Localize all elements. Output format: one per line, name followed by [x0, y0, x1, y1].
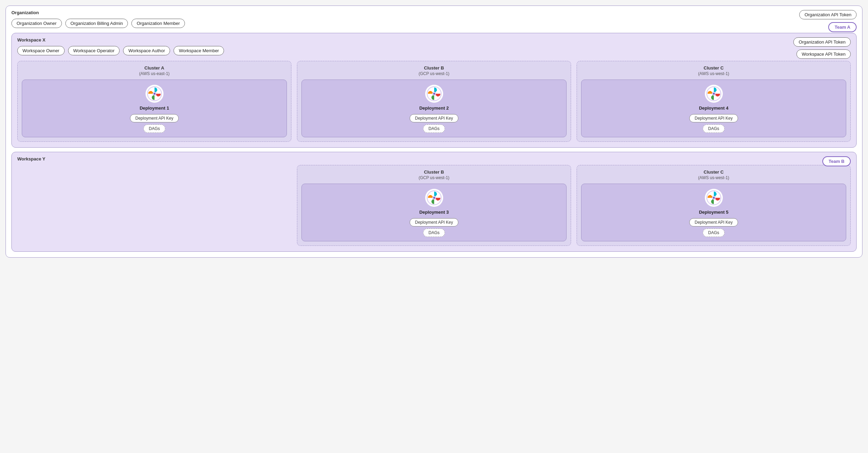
cluster-a-box: Cluster A (AWS us-east-1)	[17, 61, 291, 142]
workspaces-wrapper: Workspace X Workspace Owner Workspace Op…	[11, 33, 857, 252]
workspace-y-section: Workspace Y Team B Cluster B (GCP us-wes…	[11, 152, 857, 252]
workspace-y-top-right: Team B	[822, 156, 851, 166]
org-roles-row: Organization Owner Organization Billing …	[11, 19, 857, 28]
deployment-3-box: Deployment 3 Deployment API Key DAGs	[301, 184, 567, 241]
deployment-1-dags: DAGs	[143, 124, 165, 133]
deployment-4-box: Deployment 4 Deployment API Key DAGs	[581, 80, 846, 137]
cluster-b-box-y: Cluster B (GCP us-west-1)	[297, 165, 571, 246]
deployment-1-name: Deployment 1	[26, 105, 282, 111]
cluster-b-title-y: Cluster B	[301, 169, 567, 175]
cluster-b-subtitle-y: (GCP us-west-1)	[301, 175, 567, 180]
deployment-4-name: Deployment 4	[586, 105, 842, 111]
deployment-5-api-key: Deployment API Key	[689, 218, 738, 226]
workspace-y-label: Workspace Y	[17, 156, 851, 161]
team-b-badge: Team B	[822, 156, 851, 166]
airflow-icon-d2	[425, 85, 443, 103]
airflow-icon-d3	[425, 189, 443, 207]
cluster-a-empty-y	[17, 165, 291, 246]
cluster-c-title-x: Cluster C	[581, 65, 846, 71]
workspace-y-clusters-row: Cluster B (GCP us-west-1)	[17, 165, 851, 246]
airflow-icon-d5	[705, 189, 723, 207]
svg-point-9	[433, 93, 435, 95]
workspace-x-section: Workspace X Workspace Owner Workspace Op…	[11, 33, 857, 148]
ws-author-badge: Workspace Author	[123, 46, 170, 55]
deployment-3-name: Deployment 3	[306, 210, 562, 215]
airflow-icon-d4	[705, 85, 723, 103]
cluster-c-box-x: Cluster C (AWS us-west-1)	[577, 61, 851, 142]
workspace-x-api-token: Workspace API Token	[796, 49, 851, 59]
deployment-2-dags: DAGs	[423, 124, 445, 133]
ws-member-badge: Workspace Member	[174, 46, 224, 55]
deployment-2-box: Deployment 2 Deployment API Key DAGs	[301, 80, 567, 137]
org-label: Organization	[11, 10, 857, 15]
org-api-token-top-badge: Organization API Token	[799, 10, 857, 19]
deployment-5-box: Deployment 5 Deployment API Key DAGs	[581, 184, 846, 241]
cluster-c-subtitle-y: (AWS us-west-1)	[581, 175, 846, 180]
svg-point-14	[713, 93, 715, 95]
team-a-badge: Team A	[828, 22, 857, 32]
cluster-c-subtitle-x: (AWS us-west-1)	[581, 71, 846, 76]
svg-point-24	[713, 197, 715, 199]
cluster-b-title-x: Cluster B	[301, 65, 567, 71]
svg-point-19	[433, 197, 435, 199]
cluster-a-title: Cluster A	[22, 65, 287, 71]
cluster-b-box-x: Cluster B (GCP us-west-1)	[297, 61, 571, 142]
deployment-3-dags: DAGs	[423, 229, 445, 237]
workspace-x-roles-row: Workspace Owner Workspace Operator Works…	[17, 46, 851, 55]
airflow-icon-d1	[146, 85, 164, 103]
workspace-x-clusters-row: Cluster A (AWS us-east-1)	[17, 61, 851, 142]
ws-owner-badge: Workspace Owner	[17, 46, 65, 55]
deployment-4-api-key: Deployment API Key	[689, 114, 738, 122]
deployment-1-box: Deployment 1 Deployment API Key DAGs	[22, 80, 287, 137]
svg-point-4	[153, 93, 156, 95]
org-container: Organization Organization Owner Organiza…	[6, 6, 862, 258]
deployment-2-name: Deployment 2	[306, 105, 562, 111]
org-billing-admin-badge: Organization Billing Admin	[65, 19, 128, 28]
workspace-x-org-api-token: Organization API Token	[793, 37, 851, 47]
workspace-x-label: Workspace X	[17, 37, 851, 43]
deployment-4-dags: DAGs	[703, 124, 724, 133]
cluster-a-subtitle: (AWS us-east-1)	[22, 71, 287, 76]
org-top-right: Organization API Token Team A	[799, 10, 857, 32]
cluster-c-title-y: Cluster C	[581, 169, 846, 175]
deployment-1-api-key: Deployment API Key	[130, 114, 178, 122]
workspace-x-top-right: Organization API Token Workspace API Tok…	[793, 37, 851, 59]
deployment-5-dags: DAGs	[703, 229, 724, 237]
org-owner-badge: Organization Owner	[11, 19, 62, 28]
deployment-5-name: Deployment 5	[586, 210, 842, 215]
ws-operator-badge: Workspace Operator	[68, 46, 120, 55]
org-member-badge: Organization Member	[131, 19, 185, 28]
cluster-c-box-y: Cluster C (AWS us-west-1)	[577, 165, 851, 246]
deployment-3-api-key: Deployment API Key	[410, 218, 458, 226]
cluster-b-subtitle-x: (GCP us-west-1)	[301, 71, 567, 76]
deployment-2-api-key: Deployment API Key	[410, 114, 458, 122]
